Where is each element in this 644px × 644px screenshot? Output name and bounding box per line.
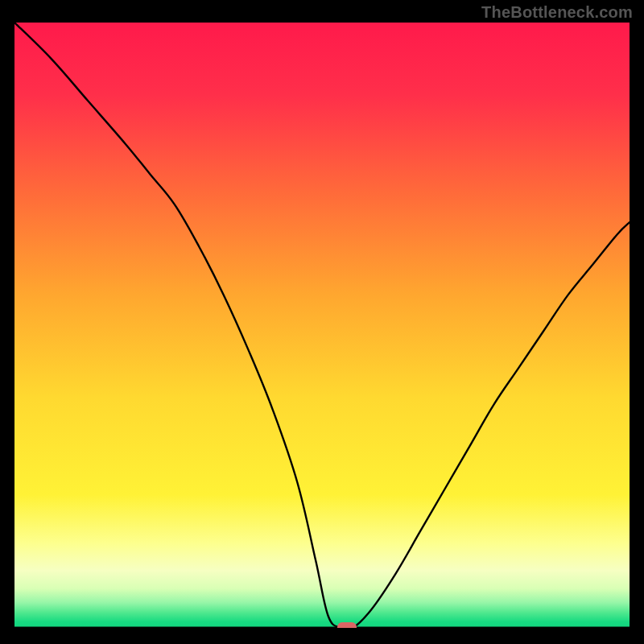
bottleneck-curve: [14, 23, 630, 628]
attribution-text: TheBottleneck.com: [481, 3, 633, 22]
optimal-marker: [337, 622, 357, 628]
plot-area: [14, 23, 630, 628]
